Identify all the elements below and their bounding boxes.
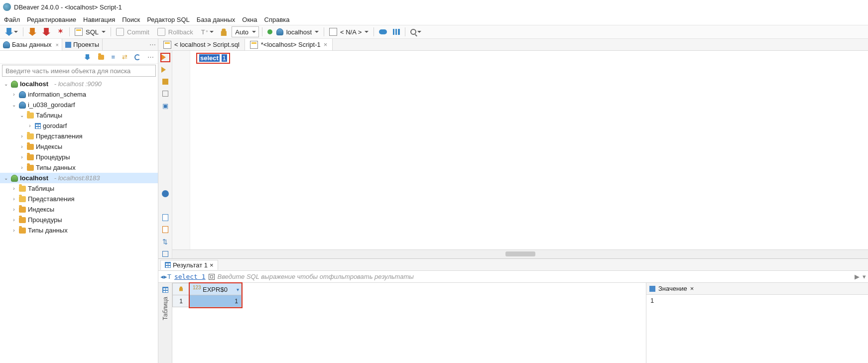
filter-apply-button[interactable]: ▶: [855, 273, 860, 280]
value-panel-content[interactable]: 1: [646, 295, 868, 363]
settings-button[interactable]: [160, 189, 170, 198]
link-button[interactable]: ⇅: [160, 238, 170, 246]
link-editor-button[interactable]: ⇄: [120, 52, 129, 63]
tree-schema[interactable]: ›information_schema: [0, 89, 158, 100]
tree-folder-types[interactable]: ›Типы данных: [0, 162, 158, 173]
tree-folder-procedures[interactable]: ›Процедуры: [0, 215, 158, 225]
app-icon: [3, 3, 11, 11]
tree-folder-tables[interactable]: ⌄Таблицы: [0, 110, 158, 121]
auto-commit-combo[interactable]: Auto: [232, 26, 259, 37]
save-button[interactable]: [160, 213, 170, 222]
execute-button[interactable]: [160, 53, 170, 62]
load-button[interactable]: [160, 225, 170, 234]
lock-icon: [220, 28, 228, 36]
cloud-button[interactable]: [377, 26, 389, 37]
row-header[interactable]: 1: [173, 295, 190, 307]
navigator-tree[interactable]: ⌄localhost - localhost :9090 ›informatio…: [0, 78, 158, 363]
menu-navigation[interactable]: Навигация: [83, 16, 115, 23]
tree-folder-indexes[interactable]: ›Индексы: [0, 204, 158, 215]
menu-database[interactable]: База данных: [197, 16, 235, 23]
rollback-icon: [157, 28, 165, 36]
transaction-mode-button[interactable]: T⁺: [199, 26, 216, 37]
status-dot-icon: [267, 29, 272, 34]
lock-button[interactable]: [218, 26, 230, 37]
close-icon[interactable]: ×: [324, 41, 328, 48]
gear-icon: [162, 190, 169, 197]
grid-cell[interactable]: 1: [190, 295, 242, 307]
folder-mini-button[interactable]: [96, 52, 106, 63]
filter-hint[interactable]: Введите SQL выражение чтобы отфильтроват…: [218, 273, 414, 280]
stats-button[interactable]: [391, 26, 402, 37]
schema-combo[interactable]: < N/A >: [327, 26, 371, 37]
sql-editor-toolbar: ▣ ⇅: [158, 51, 172, 258]
execute-script-button[interactable]: [160, 65, 170, 74]
grid-view-tab[interactable]: Таблица: [162, 297, 169, 320]
sql-editor[interactable]: select 1: [172, 51, 868, 258]
navigator-search-input[interactable]: Введите часть имени объекта для поиска: [2, 65, 156, 77]
plug-plus-icon: [5, 28, 13, 36]
tree-schema[interactable]: ⌄i_u038_gorodarf: [0, 100, 158, 110]
filter-menu-button[interactable]: ▾: [863, 273, 866, 280]
folder-icon: [19, 196, 26, 202]
expand-icon[interactable]: [209, 274, 215, 280]
rollback-button[interactable]: Rollback: [155, 26, 197, 37]
execute-new-tab-button[interactable]: [160, 77, 170, 86]
stop-button[interactable]: ▣: [160, 101, 170, 110]
connection-combo[interactable]: localhost: [265, 26, 321, 37]
menu-sql-editor[interactable]: Редактор SQL: [147, 16, 190, 23]
tree-folder-views[interactable]: ›Представления: [0, 131, 158, 141]
results-sql-link[interactable]: select 1: [174, 273, 206, 280]
menu-file[interactable]: Файл: [4, 16, 20, 23]
grid-view-icon[interactable]: [162, 287, 168, 293]
results-tab[interactable]: Результат 1 ×: [160, 260, 218, 270]
column-menu-icon[interactable]: ▾: [237, 286, 239, 292]
main-toolbar: ✶ SQL Commit Rollback T⁺ Auto localhost …: [0, 25, 868, 39]
sql-editor-button[interactable]: SQL: [73, 26, 108, 37]
sql-file-icon: [250, 41, 258, 49]
plan-icon: [162, 91, 168, 97]
column-header[interactable]: 123 EXPR$0▾: [190, 283, 242, 295]
menu-help[interactable]: Справка: [264, 16, 290, 23]
tree-connection[interactable]: ⌄localhost - localhost:8183: [0, 173, 158, 183]
refresh-icon: [134, 54, 140, 60]
connect-button[interactable]: [26, 26, 38, 37]
panel-options-button[interactable]: ⋯: [145, 52, 156, 63]
tree-folder-indexes[interactable]: ›Индексы: [0, 141, 158, 152]
tree-table[interactable]: ›gorodarf: [0, 121, 158, 131]
results-grid[interactable]: 123 EXPR$0▾ 1 1: [172, 283, 646, 363]
commit-button[interactable]: Commit: [114, 26, 153, 37]
tree-connection[interactable]: ⌄localhost - localhost :9090: [0, 79, 158, 89]
panels-button[interactable]: [160, 249, 170, 258]
disconnect-button[interactable]: [40, 26, 52, 37]
tree-folder-procedures[interactable]: ›Процедуры: [0, 152, 158, 162]
disconnect-all-button[interactable]: ✶: [54, 26, 66, 37]
collapse-button[interactable]: ≡: [109, 52, 117, 63]
editor-hscroll[interactable]: [172, 249, 868, 258]
disconnect-all-icon: ✶: [56, 28, 64, 36]
sql-toggle-icon[interactable]: ◂▸T: [160, 273, 171, 280]
tree-folder-tables[interactable]: ›Таблицы: [0, 183, 158, 194]
menu-windows[interactable]: Окна: [242, 16, 257, 23]
tree-folder-types[interactable]: ›Типы данных: [0, 225, 158, 236]
menu-search[interactable]: Поиск: [122, 16, 140, 23]
close-icon[interactable]: ×: [56, 42, 59, 48]
search-button[interactable]: [408, 26, 423, 37]
new-conn-mini-button[interactable]: [82, 52, 93, 63]
menu-edit[interactable]: Редактирование: [27, 16, 76, 23]
tab-databases[interactable]: Базы данных ×: [0, 39, 62, 50]
tree-folder-views[interactable]: ›Представления: [0, 194, 158, 204]
close-icon[interactable]: ×: [210, 261, 214, 269]
tab-projects[interactable]: Проекты: [62, 39, 103, 50]
value-icon: [649, 286, 655, 292]
editor-tab[interactable]: < localhost > Script.sql: [158, 39, 245, 50]
explain-plan-button[interactable]: [160, 89, 170, 98]
editor-tab-active[interactable]: *<localhost> Script-1 ×: [245, 39, 333, 50]
editor-tab-bar: < localhost > Script.sql *<localhost> Sc…: [158, 39, 868, 51]
editor-gutter: [172, 51, 190, 258]
play-stack-icon: [162, 79, 168, 85]
load-icon: [162, 226, 168, 233]
close-icon[interactable]: ×: [690, 285, 694, 292]
refresh-button[interactable]: [132, 52, 142, 63]
panel-menu-button[interactable]: ⋯: [147, 39, 158, 50]
new-connection-button[interactable]: [3, 26, 20, 37]
